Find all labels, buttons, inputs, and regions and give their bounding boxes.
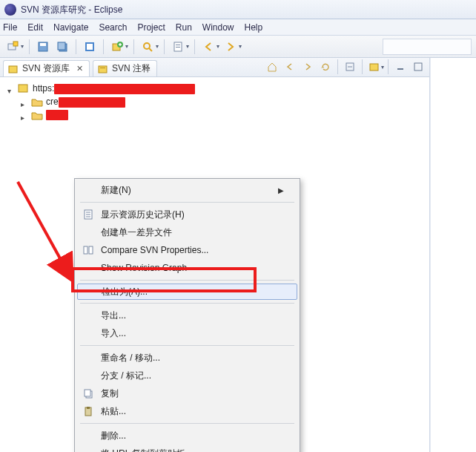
blank-icon: [82, 351, 95, 364]
submenu-arrow-icon: ▶: [278, 186, 284, 194]
menu-item[interactable]: 复制: [77, 384, 297, 402]
open-task-button[interactable]: [170, 39, 186, 55]
menu-edit[interactable]: Edit: [27, 19, 43, 35]
toolbar-separator: [388, 59, 389, 74]
svg-rect-23: [84, 246, 87, 254]
menu-item[interactable]: 分支 / 标记...: [77, 367, 297, 384]
open-type-button[interactable]: [82, 39, 98, 55]
menubar: File Edit Navigate Search Project Run Wi…: [0, 19, 476, 36]
svg-rect-14: [9, 66, 17, 73]
svg-rect-24: [89, 246, 93, 254]
nav-fwd-small[interactable]: [300, 59, 316, 75]
blank-icon: [82, 309, 95, 322]
blank-icon: [82, 285, 96, 298]
new-project-button[interactable]: [4, 39, 21, 55]
menu-help[interactable]: Help: [245, 19, 263, 35]
blank-icon: [82, 429, 95, 442]
menu-item[interactable]: Compare SVN Properties...: [77, 241, 297, 259]
maximize-view-button[interactable]: [410, 59, 426, 75]
tree-item[interactable]: ▸ cre: [4, 95, 425, 108]
close-icon[interactable]: ✕: [76, 65, 83, 73]
menu-window[interactable]: Window: [202, 19, 234, 35]
menu-separator: [80, 345, 294, 346]
menu-item[interactable]: Show Revision Graph: [77, 259, 297, 277]
menu-item[interactable]: 粘贴...: [77, 402, 297, 420]
menu-separator: [80, 280, 294, 281]
folder-icon: [31, 96, 43, 107]
chevron-down-icon[interactable]: ▾: [186, 43, 189, 50]
menu-item[interactable]: 导入...: [77, 324, 297, 342]
svn-add-repo-button[interactable]: [109, 39, 125, 55]
repo-url-prefix: https:: [33, 83, 54, 94]
search-button[interactable]: [139, 39, 156, 55]
collapse-all-button[interactable]: [342, 59, 358, 75]
tree-root[interactable]: ▾ https:: [4, 82, 425, 95]
toolbar-separator: [103, 39, 104, 54]
menu-search[interactable]: Search: [99, 19, 127, 35]
menu-separator: [80, 303, 294, 304]
save-button[interactable]: [35, 39, 51, 55]
menu-item[interactable]: 新建(N)▶: [77, 181, 297, 199]
svg-rect-15: [99, 66, 107, 73]
svg-rect-5: [58, 42, 65, 50]
blank-icon: [82, 369, 95, 382]
menu-item[interactable]: 导出...: [77, 307, 297, 324]
blank-icon: [82, 226, 95, 239]
toolbar-separator: [194, 39, 195, 54]
menu-item[interactable]: 显示资源历史记录(H): [77, 206, 297, 223]
window-titlebar: SVN 资源库研究 - Eclipse: [0, 0, 476, 19]
menu-item-label: 删除...: [101, 430, 284, 442]
tab-svn-repo[interactable]: SVN 资源库 ✕: [3, 60, 90, 76]
tree-collapsed-icon[interactable]: ▸: [21, 111, 28, 119]
toolbar-separator: [362, 59, 363, 74]
menu-item[interactable]: 重命名 / 移动...: [77, 349, 297, 367]
menu-item[interactable]: 将 URL 复制到剪贴板: [77, 445, 297, 452]
context-menu: 新建(N)▶显示资源历史记录(H)创建单一差异文件Compare SVN Pro…: [74, 178, 300, 452]
tab-svn-annotate[interactable]: SVN 注释: [93, 60, 157, 76]
menu-project[interactable]: Project: [137, 19, 165, 35]
svg-rect-12: [176, 45, 180, 45]
svn-annotate-icon: [98, 64, 108, 74]
nav-back-small[interactable]: [282, 59, 298, 75]
menu-separator: [80, 423, 294, 424]
chevron-down-icon[interactable]: ▾: [381, 64, 384, 71]
blank-icon: [82, 327, 95, 340]
menu-file[interactable]: File: [3, 19, 17, 35]
toolbar-separator: [337, 59, 338, 74]
chevron-down-icon[interactable]: ▾: [125, 43, 128, 50]
chevron-down-icon[interactable]: ▾: [21, 43, 24, 50]
nav-forward-button[interactable]: [222, 39, 239, 55]
blank-icon: [82, 183, 95, 197]
svg-rect-1: [13, 42, 18, 46]
menu-item-label: 创建单一差异文件: [101, 226, 284, 239]
nav-back-button[interactable]: [200, 39, 216, 55]
menu-item-label: 显示资源历史记录(H): [101, 209, 284, 221]
menu-item[interactable]: 检出为(A)...: [77, 284, 297, 300]
perspective-switcher[interactable]: [383, 39, 472, 55]
compare-icon: [82, 243, 95, 257]
menu-item-label: 重命名 / 移动...: [101, 352, 284, 364]
folder-icon: [31, 110, 43, 120]
refresh-button[interactable]: [317, 59, 334, 75]
svg-rect-20: [414, 63, 422, 71]
tree-expanded-icon[interactable]: ▾: [7, 85, 15, 92]
menu-item[interactable]: 删除...: [77, 427, 297, 445]
chevron-down-icon[interactable]: ▾: [239, 43, 242, 50]
menu-item-label: 导出...: [101, 309, 284, 322]
chevron-down-icon[interactable]: ▾: [216, 43, 219, 50]
copy-icon: [82, 387, 95, 400]
menu-item-label: 检出为(A)...: [102, 286, 283, 298]
svn-icon[interactable]: [366, 59, 383, 75]
minimize-view-button[interactable]: [392, 59, 409, 75]
tree-item[interactable]: ▸: [4, 108, 425, 122]
home-button[interactable]: [264, 59, 280, 75]
chevron-down-icon[interactable]: ▾: [156, 43, 159, 50]
menu-run[interactable]: Run: [176, 19, 192, 35]
paste-icon: [82, 404, 95, 418]
tree-collapsed-icon[interactable]: ▸: [21, 98, 28, 105]
tab-label: SVN 注释: [112, 62, 151, 75]
save-all-button[interactable]: [54, 39, 70, 55]
svn-repo-icon: [18, 83, 30, 94]
menu-navigate[interactable]: Navigate: [53, 19, 88, 35]
menu-item[interactable]: 创建单一差异文件: [77, 223, 297, 241]
